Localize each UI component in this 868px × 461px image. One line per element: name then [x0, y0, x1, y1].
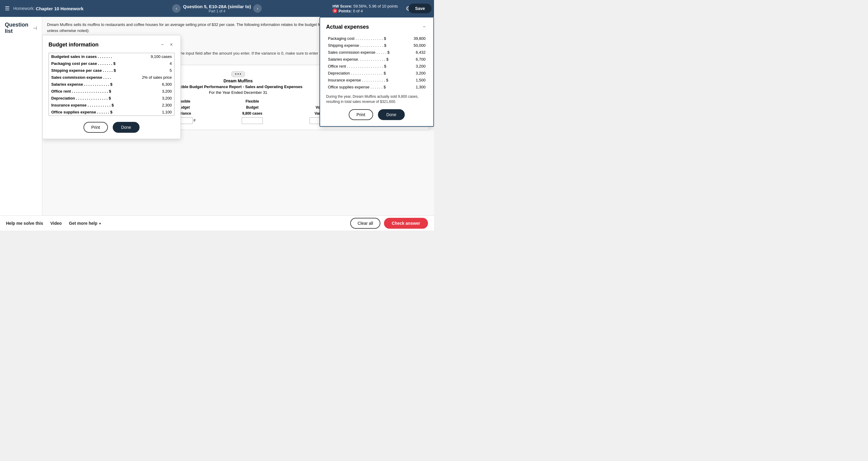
question-title: Question 5, E10-28A (similar to): [183, 4, 251, 9]
actual-row-value: 50,000: [408, 42, 427, 49]
actual-row-label: Insurance expense . . . . . . . . . . . …: [326, 77, 408, 84]
points-error-icon: ✕: [333, 8, 337, 13]
budget-row-value: 5: [133, 67, 175, 74]
more-help-caret: ▲: [98, 222, 101, 225]
actual-table-row: Office rent . . . . . . . . . . . . . . …: [326, 63, 427, 70]
col-flex-budget-label: Budget: [220, 105, 284, 110]
points-value: 0 of 4: [353, 8, 363, 13]
help-solve-link[interactable]: Help me solve this: [6, 221, 43, 226]
hw-score-text: HW Score: 59.56%, 5.96 of 10 points: [333, 4, 398, 8]
col-flex-budget-cases: 9,800 cases: [220, 110, 284, 116]
budget-row-label: Sales commission expense . . . .: [49, 74, 133, 81]
budget-row-label: Depreciation . . . . . . . . . . . . . .…: [49, 95, 133, 102]
chapter-title: Chapter 10 Homework: [36, 6, 84, 11]
sidebar-collapse-button[interactable]: ⊣: [33, 25, 37, 31]
budget-popup-close-button[interactable]: ×: [168, 41, 175, 48]
actual-table-row: Office supplies expense . . . . . . $1,3…: [326, 84, 427, 90]
actual-row-label: Depreciation . . . . . . . . . . . . . .…: [326, 70, 408, 77]
check-answer-button[interactable]: Check answer: [384, 218, 428, 229]
col-flex-budget-header: Flexible: [220, 98, 284, 105]
actual-table-row: Packaging cost . . . . . . . . . . . . .…: [326, 35, 427, 42]
actual-row-value: 6,700: [408, 56, 427, 63]
get-more-help-link[interactable]: Get more help ▲: [69, 221, 101, 226]
budget-table-row: Office supplies expense . . . . . . $1,1…: [49, 109, 175, 116]
actual-table-row: Salaries expense. . . . . . . . . . . . …: [326, 56, 427, 63]
homework-label: Homework:: [13, 6, 35, 11]
actual-row-value: 3,200: [408, 70, 427, 77]
budget-popup-minimize-button[interactable]: −: [159, 41, 165, 48]
menu-icon[interactable]: ☰: [5, 5, 10, 12]
budget-row-value: 2% of sales price: [133, 74, 175, 81]
points-label: Points:: [338, 8, 352, 13]
clear-all-button[interactable]: Clear all: [350, 218, 380, 229]
actual-row-label: Sales commission expense . . . . . $: [326, 49, 408, 56]
budget-table-row: Insurance expense . . . . . . . . . . . …: [49, 102, 175, 109]
actual-row-label: Shipping expense . . . . . . . . . . . $: [326, 42, 408, 49]
budget-row-label: Packaging cost per case . . . . . . . $: [49, 60, 133, 67]
budget-table-row: Office rent . . . . . . . . . . . . . . …: [49, 88, 175, 95]
bottom-right-actions: Clear all Check answer: [350, 218, 428, 229]
actual-row-value: 39,800: [408, 35, 427, 42]
budget-table-row: Salaries expense . . . . . . . . . . . .…: [49, 81, 175, 88]
budget-row-value: 1,100: [133, 109, 175, 116]
budget-row-value: 2,300: [133, 102, 175, 109]
actual-print-button[interactable]: Print: [349, 109, 373, 120]
actual-row-label: Packaging cost . . . . . . . . . . . . .…: [326, 35, 408, 42]
prev-question-button[interactable]: ‹: [172, 4, 181, 13]
question-center: ‹ Question 5, E10-28A (similar to) Part …: [172, 4, 261, 13]
left-sidebar: Question list ⊣: [0, 17, 42, 215]
actual-done-button[interactable]: Done: [378, 109, 405, 120]
budget-print-button[interactable]: Print: [84, 122, 108, 133]
sales-flex-budget-cell: [220, 116, 284, 125]
budget-popup-footer: Print Done: [49, 122, 175, 133]
score-section: HW Score: 59.56%, 5.96 of 10 points ✕ Po…: [333, 4, 398, 13]
budget-popup: Budget information − × Budgeted sales in…: [42, 35, 181, 139]
expand-dots-button[interactable]: • • •: [231, 71, 245, 77]
more-help-label: Get more help: [69, 221, 97, 226]
budget-table-row: Shipping expense per case . . . . . $5: [49, 67, 175, 74]
actual-row-value: 6,432: [408, 49, 427, 56]
actual-row-label: Office supplies expense . . . . . . $: [326, 84, 408, 90]
budget-table-row: Sales commission expense . . . .2% of sa…: [49, 74, 175, 81]
bottom-left-links: Help me solve this Video Get more help ▲: [6, 221, 101, 226]
video-link[interactable]: Video: [50, 221, 62, 226]
budget-row-label: Office supplies expense . . . . . . $: [49, 109, 133, 116]
actual-row-value: 3,200: [408, 63, 427, 70]
budget-row-value: 3,200: [133, 95, 175, 102]
actual-row-value: 1,500: [408, 77, 427, 84]
budget-row-value: 3,200: [133, 88, 175, 95]
bottom-bar: Help me solve this Video Get more help ▲…: [0, 215, 434, 231]
main-area: Question list ⊣ Dream Muffins sells its …: [0, 17, 434, 215]
budget-row-label: Insurance expense . . . . . . . . . . . …: [49, 102, 133, 109]
next-question-button[interactable]: ›: [253, 4, 262, 13]
budget-row-label: Salaries expense . . . . . . . . . . . .…: [49, 81, 133, 88]
budget-popup-controls: − ×: [159, 41, 175, 48]
sales-flex-budget-input[interactable]: [242, 117, 263, 124]
actual-table-row: Shipping expense . . . . . . . . . . . $…: [326, 42, 427, 49]
actual-popup-footer: Print Done: [326, 109, 427, 120]
budget-row-label: Shipping expense per case . . . . . $: [49, 67, 133, 74]
actual-expenses-popup: Actual expenses − Packaging cost . . . .…: [319, 17, 434, 127]
budget-table-row: Budgeted sales in cases . . . . . . .9,1…: [49, 53, 175, 60]
points-row: ✕ Points: 0 of 4: [333, 8, 398, 13]
save-button[interactable]: Save: [408, 4, 432, 13]
question-list-title: Question list: [5, 22, 30, 34]
actual-table-row: Sales commission expense . . . . . $6,43…: [326, 49, 427, 56]
sales-flex-variance-flag: F: [193, 119, 195, 123]
budget-row-label: Budgeted sales in cases . . . . . . .: [49, 53, 133, 60]
actual-popup-header: Actual expenses −: [326, 24, 427, 30]
hw-score-value: 59.56%, 5.96 of 10 points: [353, 4, 398, 8]
actual-row-label: Salaries expense. . . . . . . . . . . . …: [326, 56, 408, 63]
budget-row-value: 4: [133, 60, 175, 67]
actual-expenses-note: During the year, Dream Muffins actually …: [326, 94, 427, 105]
budget-popup-title: Budget information: [49, 41, 98, 48]
budget-table: Budgeted sales in cases . . . . . . .9,1…: [49, 53, 175, 116]
actual-table-row: Insurance expense . . . . . . . . . . . …: [326, 77, 427, 84]
budget-done-button[interactable]: Done: [113, 122, 140, 133]
actual-popup-minimize-button[interactable]: −: [421, 24, 427, 30]
actual-row-label: Office rent . . . . . . . . . . . . . . …: [326, 63, 408, 70]
budget-popup-header: Budget information − ×: [49, 41, 175, 48]
actual-row-value: 1,300: [408, 84, 427, 90]
actual-popup-title: Actual expenses: [326, 24, 369, 30]
question-content: Dream Muffins sells its muffins to resta…: [42, 17, 434, 215]
